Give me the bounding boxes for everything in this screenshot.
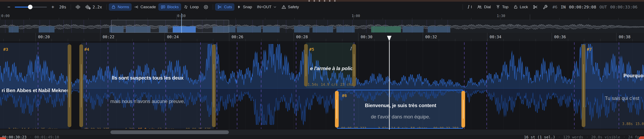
grip-dot [314,0,315,2]
snap-toggle[interactable]: Snap [234,3,254,11]
shot-change-line [486,42,487,129]
timeline-main-area[interactable]: #3ri Ben Abbes et Nabil Meknes2.42s14.5 … [0,41,644,130]
norms-toggle[interactable]: Norms [109,3,132,11]
panel-resize-strip[interactable] [0,0,644,2]
minimap-subtitle-block[interactable] [428,26,450,32]
safety-toggle[interactable]: Safety [279,3,302,11]
waveform-view-button[interactable] [73,3,83,11]
block-start-handle[interactable] [304,44,308,86]
cuts-toggle[interactable]: Cuts [215,3,234,11]
playhead-line[interactable] [389,41,390,130]
minimap-cut-tick [84,20,84,33]
subtitle-line: e l'armée à la police [310,66,354,71]
minimap-subtitle-block[interactable] [336,26,355,32]
timeline-ruler[interactable]: 00:2000:2200:2400:2600:2800:3000:3200:34… [0,33,644,41]
toolbar-separator [71,4,71,10]
top-position-button[interactable]: Top [493,3,511,11]
window-duration-value[interactable]: 20s [57,3,69,11]
block-end-handle[interactable] [462,91,465,128]
snap-label: Snap [243,5,252,9]
ruler-minor-tick [471,39,471,41]
subtitle-block[interactable]: #5Ie l'armée à la police1.54s14.9 c/s23 … [306,43,354,88]
ruler-major-tick [423,33,423,41]
block-stats: 4.20s15.0 c/s63 chars [125,127,174,129]
minimap-viewport[interactable] [111,20,229,33]
italic-toggle[interactable]: I I [465,3,474,11]
zoom-slider[interactable] [15,4,47,10]
ruler-minor-tick [261,39,262,41]
in-timecode[interactable]: 00:00:29:08 [569,4,596,10]
scissors-icon [533,4,538,10]
ruler-tick-label: 00:26 [232,34,243,39]
block-stat: 1.54s [308,82,318,86]
minimap-subtitle-block[interactable] [402,26,424,32]
minimap-overview[interactable] [0,20,644,33]
blocks-toggle[interactable]: Blocks [158,3,181,11]
shot-change-line [261,42,261,129]
block-stat: 58 chars [410,126,428,129]
minimap-cut-tick [40,20,40,33]
minimap-5s-tick [471,18,471,20]
safety-label: Safety [288,5,299,9]
block-id-label: #3 [3,47,8,52]
gain-value: 2.2x [92,5,102,9]
waveform-gain-button[interactable]: 2.2x [83,3,104,11]
ruler-minor-tick [3,39,4,41]
loop-label: Loop [190,5,199,9]
separator-dot: · [558,135,560,139]
minimap-cut-tick [49,20,50,33]
minimap-5s-tick [265,18,265,20]
loop-button[interactable]: Loop [181,3,201,11]
out-timecode[interactable]: 00:00:33:06 [610,4,638,10]
ruler-major-tick [552,33,552,41]
minimap-subtitle-block[interactable] [371,26,401,32]
block-end-handle[interactable] [212,44,216,127]
tools-button[interactable] [540,3,550,11]
grip-dot [319,0,320,2]
ruler-minor-tick [487,39,488,41]
subtitle-block[interactable]: #4Ils sont suspects tous les deuxmais no… [81,43,214,129]
minimap-5s-tick [618,18,618,20]
ruler-minor-tick [455,39,455,41]
subtitle-block[interactable]: #3ri Ben Abbes et Nabil Meknes2.42s14.5 … [0,43,70,129]
subtitle-line: ri Ben Abbes et Nabil Meknes [2,88,70,93]
minimap-subtitle-block[interactable] [39,26,54,32]
horizontal-scrollbar[interactable] [0,130,644,135]
block-start-handle[interactable] [335,91,339,128]
minimap-subtitle-block[interactable] [9,26,19,32]
block-start-handle[interactable] [79,44,83,127]
ruler-minor-tick [213,39,213,41]
split-button[interactable] [530,3,540,11]
minimap-subtitle-block[interactable] [312,26,333,32]
minimap-cut-tick [352,20,353,33]
subtitle-line: Tu sais qui c'est [605,96,639,101]
zoom-out-button[interactable]: − [5,3,13,11]
cascade-button[interactable]: Cascade [132,3,158,11]
lock-button[interactable]: Lock [511,3,530,11]
block-end-handle[interactable] [68,44,71,127]
toolbar-separator [213,4,213,10]
block-stat: 4.20s [125,127,135,129]
in-out-dropdown[interactable]: IN+OUT [254,3,279,11]
minimap-subtitle-block[interactable] [294,26,310,32]
subtitle-block[interactable]: #6Bienvenue, je suis très contentde t'av… [337,90,463,129]
zoom-slider-thumb[interactable] [28,5,32,9]
subtitle-block[interactable]: #7PourquoiTu sais qui c'est3.88s15.0 c/s [584,43,644,129]
ruler-playhead-marker[interactable] [387,36,392,41]
dial-button[interactable]: Dial [474,3,493,11]
clear-loop-button[interactable] [201,3,211,11]
zoom-in-button[interactable]: + [49,3,57,11]
chevron-down-icon [273,5,276,9]
ruler-minor-tick [406,39,407,41]
minimap-5s-tick [442,18,442,20]
block-start-handle[interactable] [582,44,586,127]
scrollbar-thumb[interactable] [110,130,229,134]
minimap-subtitle-block[interactable] [263,26,280,32]
cascade-label: Cascade [140,5,156,9]
block-end-handle[interactable] [352,44,356,86]
upright-i-icon: I [471,5,472,9]
subtitle-line: Bienvenue, je suis très content [365,102,436,108]
minimap-cut-tick [236,20,236,33]
minimap-subtitle-block[interactable] [237,26,261,32]
minimap-cut-tick [64,20,64,33]
